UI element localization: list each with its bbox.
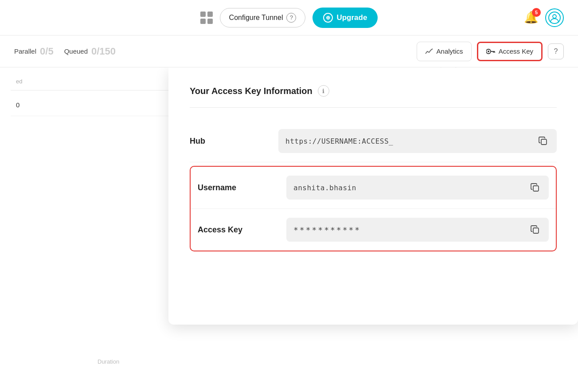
hub-value-wrap: https://USERNAME:ACCESS_ (278, 129, 557, 153)
help-button[interactable]: ? (548, 43, 564, 59)
configure-tunnel-help: ? (286, 13, 296, 23)
panel-divider (190, 107, 557, 108)
panel-info-icon[interactable]: ℹ (318, 85, 329, 97)
access-key-panel: Your Access Key Information ℹ Hub https:… (168, 67, 578, 325)
grid-icon[interactable] (200, 12, 213, 24)
username-copy-button[interactable] (528, 181, 542, 194)
username-value: anshita.bhasin (293, 184, 525, 192)
username-label: Username (198, 183, 286, 192)
access-key-value: *********** (293, 225, 525, 235)
access-key-copy-button[interactable] (528, 223, 542, 236)
navbar: Configure Tunnel ? ⊕ Upgrade 🔔 5 (0, 0, 578, 35)
upgrade-label: Upgrade (336, 13, 367, 22)
user-avatar[interactable] (545, 8, 564, 27)
upgrade-icon: ⊕ (323, 13, 333, 23)
help-label: ? (554, 47, 558, 55)
parallel-value: 0/5 (40, 46, 54, 57)
analytics-icon (425, 48, 433, 55)
sub-navbar-right: Analytics Access Key ? (417, 42, 564, 61)
hub-row: Hub https://USERNAME:ACCESS_ (190, 120, 557, 162)
access-key-button[interactable]: Access Key (477, 42, 543, 61)
svg-point-3 (488, 51, 489, 52)
queued-value: 0/150 (91, 46, 116, 57)
panel-title: Your Access Key Information (190, 86, 312, 96)
main-content: ed Error Time 0 0 Duration Your Access K… (0, 67, 578, 392)
svg-rect-8 (533, 186, 539, 191)
navbar-center: Configure Tunnel ? ⊕ Upgrade (200, 8, 378, 28)
access-key-field-label: Access Key (198, 225, 286, 235)
navbar-right: 🔔 5 (524, 8, 564, 27)
svg-point-1 (553, 15, 556, 18)
configure-tunnel-button[interactable]: Configure Tunnel ? (220, 8, 306, 27)
svg-rect-9 (533, 228, 539, 233)
analytics-button[interactable]: Analytics (417, 42, 472, 61)
svg-rect-7 (541, 139, 547, 145)
access-key-label: Access Key (499, 47, 533, 55)
analytics-label: Analytics (437, 47, 463, 55)
username-row: Username anshita.bhasin (191, 167, 556, 209)
highlighted-section: Username anshita.bhasin Access Key *****… (190, 166, 557, 251)
notification-bell[interactable]: 🔔 5 (524, 11, 538, 24)
hub-copy-button[interactable] (536, 134, 550, 148)
queued-stat: Queued 0/150 (64, 46, 116, 57)
access-key-row: Access Key *********** (191, 209, 556, 251)
sub-navbar: Parallel 0/5 Queued 0/150 Analytics Acce… (0, 35, 578, 67)
queued-label: Queued (64, 47, 88, 55)
key-icon (486, 48, 495, 55)
hub-label: Hub (190, 137, 278, 146)
parallel-label: Parallel (14, 47, 36, 55)
parallel-stat: Parallel 0/5 (14, 46, 54, 57)
hub-value: https://USERNAME:ACCESS_ (285, 137, 533, 145)
username-value-wrap: anshita.bhasin (286, 176, 549, 200)
notification-badge: 5 (532, 8, 541, 17)
duration-label: Duration (98, 357, 119, 365)
panel-title-row: Your Access Key Information ℹ (190, 85, 557, 97)
access-key-value-wrap: *********** (286, 218, 549, 242)
upgrade-button[interactable]: ⊕ Upgrade (312, 8, 378, 28)
configure-tunnel-label: Configure Tunnel (229, 14, 283, 22)
